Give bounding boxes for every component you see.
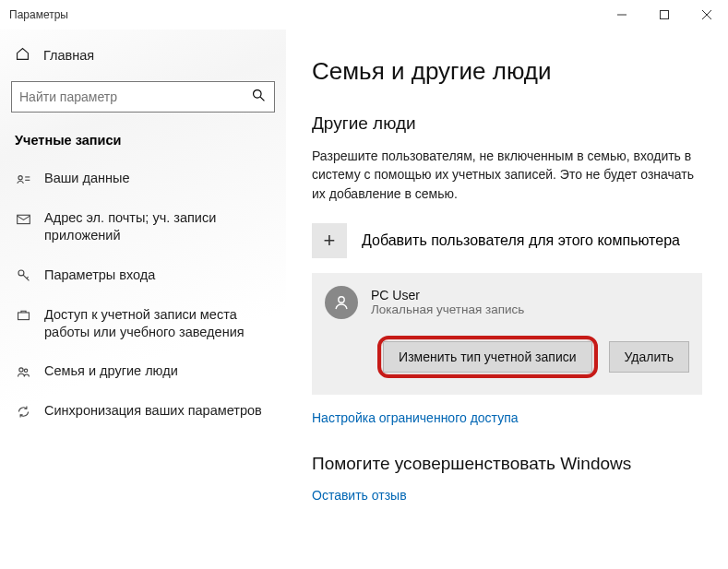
plus-icon: + bbox=[312, 223, 347, 258]
sidebar-category-title: Учетные записи bbox=[0, 125, 286, 159]
svg-rect-1 bbox=[661, 11, 669, 19]
svg-rect-11 bbox=[18, 313, 29, 320]
nav-home-label: Главная bbox=[43, 48, 94, 63]
sidebar-item-label: Доступ к учетной записи места работы или… bbox=[44, 306, 271, 341]
page-title: Семья и другие люди bbox=[312, 57, 702, 86]
people-icon bbox=[15, 363, 31, 380]
highlight-annotation: Изменить тип учетной записи bbox=[377, 336, 597, 378]
sidebar-item-label: Синхронизация ваших параметров bbox=[44, 402, 262, 420]
sync-icon bbox=[15, 403, 31, 420]
svg-line-5 bbox=[260, 97, 264, 101]
sidebar-item-family[interactable]: Семья и другие люди bbox=[0, 351, 286, 391]
sidebar: Главная Учетные записи Ваши данные bbox=[0, 30, 286, 569]
section-other-people-title: Другие люди bbox=[312, 113, 702, 134]
user-type: Локальная учетная запись bbox=[371, 302, 524, 316]
sidebar-item-label: Ваши данные bbox=[44, 170, 130, 187]
delete-user-button[interactable]: Удалить bbox=[609, 341, 689, 373]
sidebar-item-sign-in-options[interactable]: Параметры входа bbox=[0, 255, 286, 295]
add-user-button[interactable]: + Добавить пользователя для этого компью… bbox=[312, 223, 702, 258]
search-box[interactable] bbox=[11, 81, 275, 113]
sidebar-item-label: Параметры входа bbox=[44, 267, 155, 284]
sidebar-item-your-info[interactable]: Ваши данные bbox=[0, 159, 286, 198]
avatar-icon bbox=[325, 286, 358, 319]
person-card-icon bbox=[15, 171, 31, 187]
maximize-button[interactable] bbox=[643, 0, 686, 30]
svg-point-13 bbox=[24, 369, 27, 372]
feedback-link[interactable]: Оставить отзыв bbox=[312, 488, 407, 503]
section-other-people-desc: Разрешите пользователям, не включенным в… bbox=[312, 147, 702, 203]
add-user-label: Добавить пользователя для этого компьюте… bbox=[362, 232, 680, 249]
sidebar-item-label: Семья и другие люди bbox=[44, 362, 178, 380]
svg-point-12 bbox=[18, 368, 22, 372]
user-card[interactable]: PC User Локальная учетная запись Изменит… bbox=[312, 273, 702, 395]
search-input[interactable] bbox=[19, 89, 251, 104]
nav-home[interactable]: Главная bbox=[0, 37, 286, 74]
sidebar-item-label: Адрес эл. почты; уч. записи приложений bbox=[44, 209, 271, 244]
main-content: Семья и другие люди Другие люди Разрешит… bbox=[286, 30, 728, 569]
svg-point-10 bbox=[18, 270, 23, 276]
window-title: Параметры bbox=[9, 8, 68, 21]
search-icon bbox=[251, 88, 267, 107]
help-section-title: Помогите усовершенствовать Windows bbox=[312, 454, 702, 474]
briefcase-icon bbox=[15, 307, 31, 324]
svg-point-4 bbox=[254, 89, 262, 98]
svg-point-14 bbox=[339, 297, 344, 302]
key-icon bbox=[15, 267, 31, 284]
restricted-access-link[interactable]: Настройка ограниченного доступа bbox=[312, 410, 519, 425]
svg-point-6 bbox=[18, 175, 21, 179]
sidebar-item-sync[interactable]: Синхронизация ваших параметров bbox=[0, 391, 286, 431]
home-icon bbox=[15, 46, 30, 65]
sidebar-item-work-access[interactable]: Доступ к учетной записи места работы или… bbox=[0, 295, 286, 352]
minimize-button[interactable] bbox=[601, 0, 643, 30]
titlebar: Параметры bbox=[0, 0, 728, 30]
change-account-type-button[interactable]: Изменить тип учетной записи bbox=[383, 341, 591, 373]
mail-icon bbox=[15, 210, 31, 227]
sidebar-item-email-accounts[interactable]: Адрес эл. почты; уч. записи приложений bbox=[0, 198, 286, 255]
user-name: PC User bbox=[371, 288, 524, 302]
close-button[interactable] bbox=[686, 0, 728, 30]
